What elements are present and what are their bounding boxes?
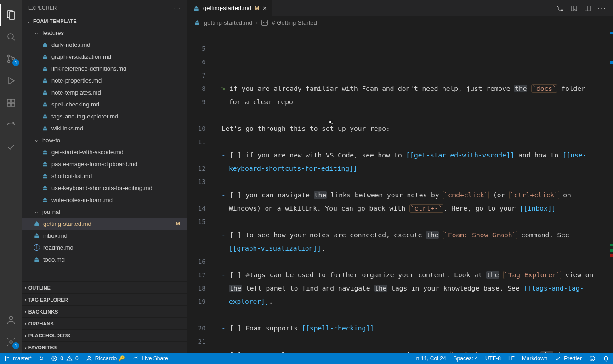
editor-body[interactable]: 56789101112131415161718192021 ↖ > if you… — [187, 29, 613, 353]
status-prettier[interactable]: Prettier — [551, 353, 585, 364]
tree-item-label: write-notes-in-foam.md — [51, 196, 183, 203]
close-icon[interactable]: × — [263, 5, 267, 12]
code-line[interactable] — [221, 175, 595, 189]
code-line[interactable] — [221, 135, 595, 149]
code-line[interactable]: - [ ] You can also paste images in your … — [221, 348, 595, 353]
code-line[interactable] — [221, 308, 595, 322]
code-line[interactable]: > if you are already familiar with Foam … — [221, 82, 595, 109]
activity-commit[interactable] — [0, 136, 22, 158]
line-number: 13 — [187, 175, 206, 189]
code-area[interactable]: ↖ > if you are already familiar with Foa… — [214, 29, 613, 353]
activity-source-control[interactable]: 1 — [0, 48, 22, 70]
breadcrumb[interactable]: getting-started.md › ··· # Getting Start… — [187, 16, 613, 29]
open-preview-icon[interactable] — [570, 5, 578, 12]
svg-rect-16 — [43, 69, 47, 71]
tree-file[interactable]: todo.md — [22, 253, 187, 265]
status-liveshare[interactable]: Live Share — [129, 353, 171, 364]
tree-file[interactable]: wikilinks.md — [22, 122, 187, 134]
activity-share[interactable] — [0, 114, 22, 136]
line-number: 12 — [187, 162, 206, 175]
sidebar-panel-favorites[interactable]: ›FAVORITES — [22, 341, 187, 353]
sidebar-actions-icon[interactable]: ··· — [174, 5, 181, 11]
markdown-icon — [41, 124, 49, 132]
tree-file[interactable]: get-started-with-vscode.md — [22, 146, 187, 158]
activity-bar: 1 1 — [0, 0, 22, 353]
tree-file[interactable]: shortcut-list.md — [22, 170, 187, 182]
tree-file[interactable]: ireadme.md — [22, 241, 187, 253]
code-line[interactable] — [221, 255, 595, 269]
markdown-icon — [193, 5, 199, 11]
more-actions-icon[interactable]: ··· — [598, 4, 607, 12]
status-problems[interactable]: 0 0 — [47, 353, 82, 364]
tab-modified-badge: M — [255, 6, 259, 11]
sidebar-panel-backlinks[interactable]: ›BACKLINKS — [22, 305, 187, 317]
tree-item-label: journal — [42, 208, 183, 215]
activity-account[interactable] — [0, 309, 22, 331]
compare-changes-icon[interactable] — [556, 5, 564, 12]
status-sync[interactable]: ↻ — [35, 353, 47, 364]
code-line[interactable] — [221, 335, 595, 348]
tree-folder[interactable]: ⌄journal — [22, 206, 187, 218]
tree-item-label: graph-visualization.md — [51, 53, 183, 60]
panel-label: ORPHANS — [28, 321, 54, 326]
code-line[interactable] — [221, 69, 595, 82]
split-editor-icon[interactable] — [584, 5, 591, 12]
code-line[interactable]: - [ ] you can navigate the links between… — [221, 189, 595, 215]
status-cursor-position[interactable]: Ln 11, Col 24 — [409, 353, 449, 364]
status-feedback-icon[interactable] — [585, 353, 599, 364]
activity-search[interactable] — [0, 26, 22, 48]
tree-file[interactable]: getting-started.mdM — [22, 218, 187, 230]
tree-folder[interactable]: ⌄how-to — [22, 134, 187, 146]
tree-file[interactable]: tags-and-tag-explorer.md — [22, 110, 187, 122]
minimap[interactable] — [607, 29, 613, 353]
panel-label: PLACEHOLDERS — [28, 333, 70, 338]
tree-item-label: use-keyboard-shortcuts-for-editing.md — [51, 185, 183, 191]
tree-file[interactable]: graph-visualization.md — [22, 50, 187, 62]
sidebar-root-folder[interactable]: ⌄ FOAM-TEMPLATE — [22, 16, 187, 27]
line-number — [187, 229, 206, 242]
tree-file[interactable]: note-properties.md — [22, 74, 187, 86]
tree-file[interactable]: daily-notes.md — [22, 39, 187, 50]
status-language[interactable]: Markdown — [518, 353, 551, 364]
activity-extensions[interactable] — [0, 92, 22, 114]
sidebar-panel-tag-explorer[interactable]: ›TAG EXPLORER — [22, 293, 187, 305]
tree-file[interactable]: use-keyboard-shortcuts-for-editing.md — [22, 182, 187, 194]
tree-folder[interactable]: ⌄features — [22, 27, 187, 39]
tree-file[interactable]: write-notes-in-foam.md — [22, 194, 187, 206]
chevron-right-icon: › — [25, 297, 27, 302]
code-line[interactable]: - [ ] to see how your notes are connecte… — [221, 229, 595, 255]
tree-file[interactable]: link-reference-definitions.md — [22, 62, 187, 74]
status-eol[interactable]: LF — [505, 353, 518, 364]
tab-getting-started[interactable]: getting-started.md M × — [187, 0, 272, 16]
markdown-icon — [194, 19, 200, 26]
tree-file[interactable]: note-templates.md — [22, 86, 187, 98]
status-bell-icon[interactable] — [599, 353, 613, 364]
code-line[interactable]: - [ ] #tags can be used to further organ… — [221, 269, 595, 308]
tree-item-label: readme.md — [43, 244, 183, 251]
code-line[interactable]: Let's go through this to set up your rep… — [221, 122, 595, 135]
code-line[interactable] — [221, 215, 595, 229]
activity-explorer[interactable] — [0, 4, 22, 26]
line-number: 10 — [187, 122, 206, 135]
code-line[interactable] — [221, 109, 595, 122]
chevron-right-icon: › — [25, 333, 27, 338]
tree-file[interactable]: spell-checking.md — [22, 98, 187, 110]
sidebar-panel-orphans[interactable]: ›ORPHANS — [22, 317, 187, 329]
sidebar-panel-outline[interactable]: ›OUTLINE — [22, 281, 187, 293]
svg-point-31 — [557, 6, 559, 7]
status-indent[interactable]: Spaces: 4 — [450, 353, 482, 364]
breadcrumb-file: getting-started.md — [204, 19, 252, 26]
chevron-down-icon: ⌄ — [25, 18, 31, 24]
code-line[interactable]: - [ ] Foam supports [[spell-checking]]. — [221, 322, 595, 335]
sidebar-panel-placeholders[interactable]: ›PLACEHOLDERS — [22, 329, 187, 341]
activity-settings[interactable]: 1 — [0, 331, 22, 353]
activity-run-debug[interactable] — [0, 70, 22, 92]
tree-file[interactable]: paste-images-from-clipboard.md — [22, 158, 187, 170]
status-branch[interactable]: master* — [0, 353, 35, 364]
tree-file[interactable]: inbox.md — [22, 230, 187, 241]
status-encoding[interactable]: UTF-8 — [482, 353, 505, 364]
code-line[interactable]: - [ ] if you are new with VS Code, see h… — [221, 149, 595, 175]
status-account[interactable]: Riccardo 🔑 — [82, 353, 129, 364]
svg-rect-24 — [43, 177, 47, 179]
svg-point-47 — [69, 360, 70, 360]
